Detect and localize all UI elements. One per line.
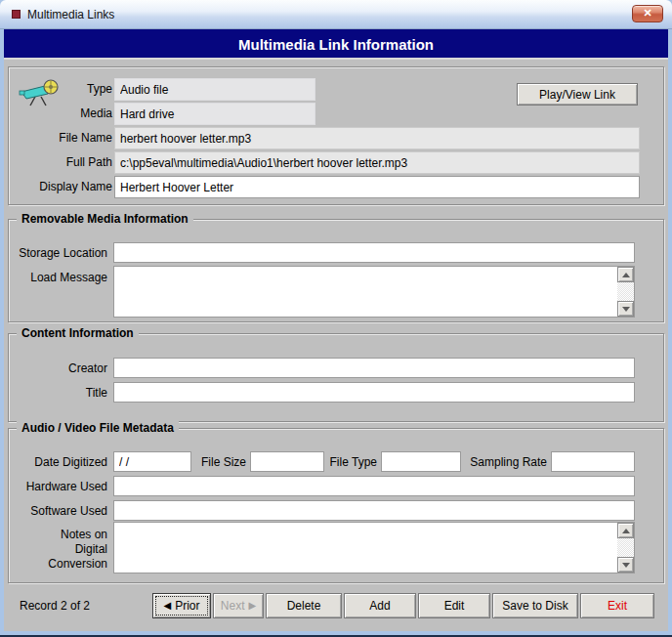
content-info-title: Content Information bbox=[17, 326, 139, 341]
close-button[interactable]: ✕ bbox=[632, 5, 663, 22]
titlebar[interactable]: Multimedia Links ✕ bbox=[0, 0, 672, 29]
prior-button[interactable]: ◀ Prior bbox=[152, 593, 211, 618]
display-name-field[interactable] bbox=[114, 176, 640, 198]
arrow-down-icon bbox=[622, 307, 630, 312]
file-name-field[interactable] bbox=[114, 127, 640, 149]
storage-location-label: Storage Location bbox=[10, 245, 107, 261]
file-size-field[interactable] bbox=[250, 451, 324, 472]
software-used-field[interactable] bbox=[113, 500, 635, 521]
exit-button-label: Exit bbox=[608, 599, 627, 613]
close-icon: ✕ bbox=[643, 7, 651, 19]
display-name-label: Display Name bbox=[15, 179, 112, 194]
multimedia-links-window: Multimedia Links ✕ Multimedia Link Infor… bbox=[0, 0, 672, 637]
delete-button-label: Delete bbox=[287, 599, 321, 613]
window-title: Multimedia Links bbox=[27, 8, 114, 21]
notes-label: Notes on Digital Conversion bbox=[37, 528, 107, 572]
software-used-label: Software Used bbox=[10, 503, 107, 519]
save-to-disk-button[interactable]: Save to Disk bbox=[492, 593, 578, 618]
notes-field[interactable] bbox=[114, 523, 617, 573]
date-digitized-field[interactable] bbox=[113, 451, 191, 472]
load-message-scrollbar[interactable] bbox=[617, 267, 634, 317]
scroll-up-button[interactable] bbox=[617, 267, 634, 282]
load-message-label: Load Message bbox=[10, 270, 107, 285]
delete-button[interactable]: Delete bbox=[266, 593, 342, 618]
scroll-down-button[interactable] bbox=[617, 301, 634, 317]
type-field[interactable] bbox=[114, 78, 315, 101]
full-path-label: Full Path bbox=[15, 154, 112, 170]
sampling-rate-label: Sampling Rate bbox=[467, 454, 547, 470]
save-to-disk-label: Save to Disk bbox=[502, 599, 567, 613]
edit-button[interactable]: Edit bbox=[418, 593, 490, 618]
notes-area bbox=[113, 522, 635, 573]
play-view-link-label: Play/View Link bbox=[539, 88, 615, 102]
record-status: Record 2 of 2 bbox=[20, 599, 90, 613]
play-view-link-button[interactable]: Play/View Link bbox=[517, 83, 638, 106]
form-title: Multimedia Link Information bbox=[238, 36, 434, 53]
arrow-up-icon bbox=[622, 529, 630, 533]
hardware-used-field[interactable] bbox=[113, 476, 635, 496]
add-button-label: Add bbox=[369, 599, 390, 613]
load-message-field[interactable] bbox=[114, 267, 617, 317]
arrow-up-icon bbox=[622, 273, 630, 277]
hardware-used-label: Hardware Used bbox=[10, 479, 107, 494]
type-label: Type bbox=[15, 81, 112, 97]
sampling-rate-field[interactable] bbox=[551, 451, 635, 472]
prior-arrow-icon: ◀ bbox=[163, 601, 171, 611]
full-path-field[interactable] bbox=[114, 151, 640, 174]
app-icon bbox=[12, 10, 21, 19]
prior-button-label: Prior bbox=[175, 599, 199, 613]
creator-field[interactable] bbox=[113, 358, 635, 378]
edit-button-label: Edit bbox=[444, 599, 465, 613]
exit-button[interactable]: Exit bbox=[580, 593, 654, 618]
client-area: Multimedia Link Information Type Media F… bbox=[4, 29, 668, 631]
load-message-area bbox=[113, 266, 635, 318]
title-field[interactable] bbox=[113, 382, 635, 403]
metadata-title: Audio / Video File Metadata bbox=[17, 421, 179, 436]
next-button-label: Next bbox=[221, 599, 245, 613]
file-type-field[interactable] bbox=[381, 451, 461, 472]
media-label: Media bbox=[15, 106, 112, 121]
next-button[interactable]: Next ▶ bbox=[213, 593, 264, 618]
file-name-label: File Name bbox=[15, 130, 112, 146]
date-digitized-label: Date Digitized bbox=[10, 454, 107, 470]
link-info-panel: Type Media File Name Full Path Display N… bbox=[8, 66, 664, 205]
add-button[interactable]: Add bbox=[344, 593, 416, 618]
notes-scrollbar[interactable] bbox=[617, 523, 634, 573]
form-header: Multimedia Link Information bbox=[4, 29, 668, 60]
next-arrow-icon: ▶ bbox=[248, 601, 256, 611]
scroll-up-button[interactable] bbox=[617, 523, 634, 538]
media-field[interactable] bbox=[114, 103, 315, 125]
scroll-down-button[interactable] bbox=[617, 557, 634, 573]
creator-label: Creator bbox=[10, 361, 107, 376]
file-type-label: File Type bbox=[318, 454, 377, 470]
removable-media-title: Removable Media Information bbox=[17, 212, 193, 227]
storage-location-field[interactable] bbox=[113, 242, 635, 263]
title-field-label: Title bbox=[10, 385, 107, 401]
file-size-label: File Size bbox=[193, 454, 246, 470]
arrow-down-icon bbox=[622, 563, 630, 568]
